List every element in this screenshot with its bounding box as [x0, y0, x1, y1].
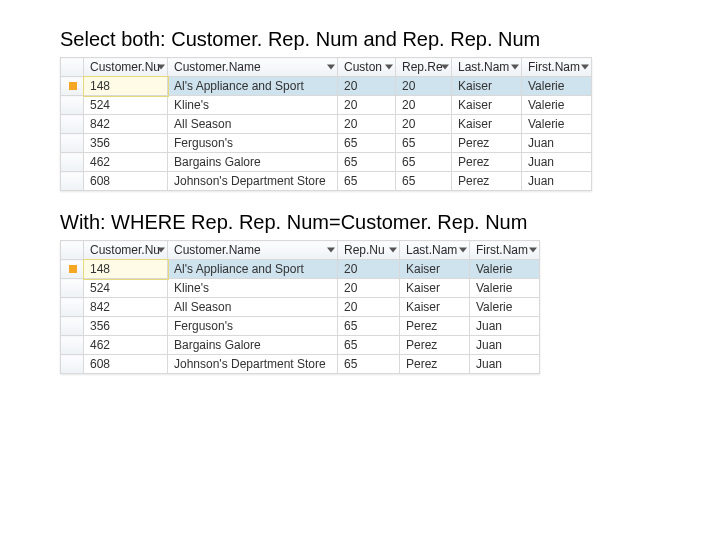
cell-name[interactable]: Ferguson's: [168, 317, 338, 336]
cell-a[interactable]: 20: [338, 115, 396, 134]
cell-num[interactable]: 842: [84, 298, 168, 317]
cell-b[interactable]: 65: [396, 134, 452, 153]
cell-first[interactable]: Juan: [522, 153, 592, 172]
cell-a[interactable]: 65: [338, 134, 396, 153]
cell-num[interactable]: 462: [84, 336, 168, 355]
select-all-corner[interactable]: [61, 58, 84, 77]
cell-last[interactable]: Kaiser: [452, 115, 522, 134]
row-selector[interactable]: [61, 336, 84, 355]
table-row[interactable]: 524Kline's20KaiserValerie: [61, 279, 540, 298]
cell-a[interactable]: 20: [338, 77, 396, 96]
row-selector[interactable]: [61, 77, 84, 96]
cell-b[interactable]: 65: [396, 172, 452, 191]
cell-b[interactable]: 65: [396, 153, 452, 172]
cell-first[interactable]: Juan: [522, 134, 592, 153]
table-row[interactable]: 608Johnson's Department Store65PerezJuan: [61, 355, 540, 374]
cell-last[interactable]: Perez: [400, 336, 470, 355]
dropdown-icon[interactable]: [157, 248, 165, 253]
row-selector[interactable]: [61, 153, 84, 172]
cell-last[interactable]: Perez: [452, 134, 522, 153]
cell-name[interactable]: All Season: [168, 298, 338, 317]
cell-name[interactable]: Al's Appliance and Sport: [168, 77, 338, 96]
dropdown-icon[interactable]: [511, 65, 519, 70]
cell-last[interactable]: Kaiser: [452, 96, 522, 115]
dropdown-icon[interactable]: [327, 248, 335, 253]
col-first-name[interactable]: First.Nam: [522, 58, 592, 77]
cell-name[interactable]: Johnson's Department Store: [168, 355, 338, 374]
cell-first[interactable]: Juan: [470, 355, 540, 374]
row-selector[interactable]: [61, 96, 84, 115]
table-row[interactable]: 356Ferguson's65PerezJuan: [61, 317, 540, 336]
cell-num[interactable]: 462: [84, 153, 168, 172]
table-row[interactable]: 524Kline's2020KaiserValerie: [61, 96, 592, 115]
cell-first[interactable]: Juan: [470, 317, 540, 336]
cell-name[interactable]: Al's Appliance and Sport: [168, 260, 338, 279]
cell-last[interactable]: Kaiser: [400, 279, 470, 298]
cell-first[interactable]: Valerie: [522, 77, 592, 96]
col-customer-name[interactable]: Customer.Name: [168, 241, 338, 260]
col-last-name[interactable]: Last.Nam: [400, 241, 470, 260]
cell-name[interactable]: Kline's: [168, 279, 338, 298]
row-selector[interactable]: [61, 115, 84, 134]
cell-num[interactable]: 524: [84, 96, 168, 115]
col-first-name[interactable]: First.Nam: [470, 241, 540, 260]
cell-a[interactable]: 20: [338, 96, 396, 115]
cell-first[interactable]: Valerie: [522, 115, 592, 134]
dropdown-icon[interactable]: [327, 65, 335, 70]
table-row[interactable]: 462Bargains Galore6565PerezJuan: [61, 153, 592, 172]
table-row[interactable]: 608Johnson's Department Store6565PerezJu…: [61, 172, 592, 191]
cell-rep[interactable]: 65: [338, 317, 400, 336]
dropdown-icon[interactable]: [385, 65, 393, 70]
row-selector[interactable]: [61, 355, 84, 374]
row-selector[interactable]: [61, 134, 84, 153]
cell-first[interactable]: Valerie: [470, 279, 540, 298]
cell-rep[interactable]: 65: [338, 355, 400, 374]
cell-name[interactable]: Kline's: [168, 96, 338, 115]
table-row[interactable]: 148Al's Appliance and Sport2020KaiserVal…: [61, 77, 592, 96]
table-row[interactable]: 462Bargains Galore65PerezJuan: [61, 336, 540, 355]
col-customer-num[interactable]: Customer.Nu: [84, 58, 168, 77]
cell-last[interactable]: Perez: [400, 355, 470, 374]
cell-last[interactable]: Perez: [452, 172, 522, 191]
select-all-corner[interactable]: [61, 241, 84, 260]
dropdown-icon[interactable]: [157, 65, 165, 70]
cell-name[interactable]: Bargains Galore: [168, 153, 338, 172]
cell-rep[interactable]: 20: [338, 298, 400, 317]
cell-first[interactable]: Juan: [522, 172, 592, 191]
row-selector[interactable]: [61, 279, 84, 298]
cell-num[interactable]: 148: [84, 260, 168, 279]
cell-num[interactable]: 608: [84, 355, 168, 374]
cell-last[interactable]: Kaiser: [400, 260, 470, 279]
cell-first[interactable]: Juan: [470, 336, 540, 355]
cell-num[interactable]: 148: [84, 77, 168, 96]
col-customer-num[interactable]: Customer.Nu: [84, 241, 168, 260]
cell-name[interactable]: Ferguson's: [168, 134, 338, 153]
cell-last[interactable]: Perez: [400, 317, 470, 336]
cell-b[interactable]: 20: [396, 96, 452, 115]
table-row[interactable]: 842All Season2020KaiserValerie: [61, 115, 592, 134]
cell-rep[interactable]: 20: [338, 260, 400, 279]
row-selector[interactable]: [61, 298, 84, 317]
table-row[interactable]: 356Ferguson's6565PerezJuan: [61, 134, 592, 153]
cell-rep[interactable]: 65: [338, 336, 400, 355]
dropdown-icon[interactable]: [441, 65, 449, 70]
row-selector[interactable]: [61, 317, 84, 336]
dropdown-icon[interactable]: [459, 248, 467, 253]
cell-num[interactable]: 524: [84, 279, 168, 298]
col-last-name[interactable]: Last.Nam: [452, 58, 522, 77]
cell-last[interactable]: Kaiser: [452, 77, 522, 96]
cell-b[interactable]: 20: [396, 115, 452, 134]
cell-a[interactable]: 65: [338, 153, 396, 172]
col-rep-num[interactable]: Rep.Nu: [338, 241, 400, 260]
cell-num[interactable]: 356: [84, 317, 168, 336]
cell-name[interactable]: Johnson's Department Store: [168, 172, 338, 191]
col-rep-re[interactable]: Rep.Re: [396, 58, 452, 77]
table-row[interactable]: 148Al's Appliance and Sport20KaiserValer…: [61, 260, 540, 279]
cell-rep[interactable]: 20: [338, 279, 400, 298]
col-custon[interactable]: Custon: [338, 58, 396, 77]
cell-num[interactable]: 842: [84, 115, 168, 134]
cell-first[interactable]: Valerie: [470, 298, 540, 317]
cell-a[interactable]: 65: [338, 172, 396, 191]
cell-num[interactable]: 356: [84, 134, 168, 153]
cell-num[interactable]: 608: [84, 172, 168, 191]
